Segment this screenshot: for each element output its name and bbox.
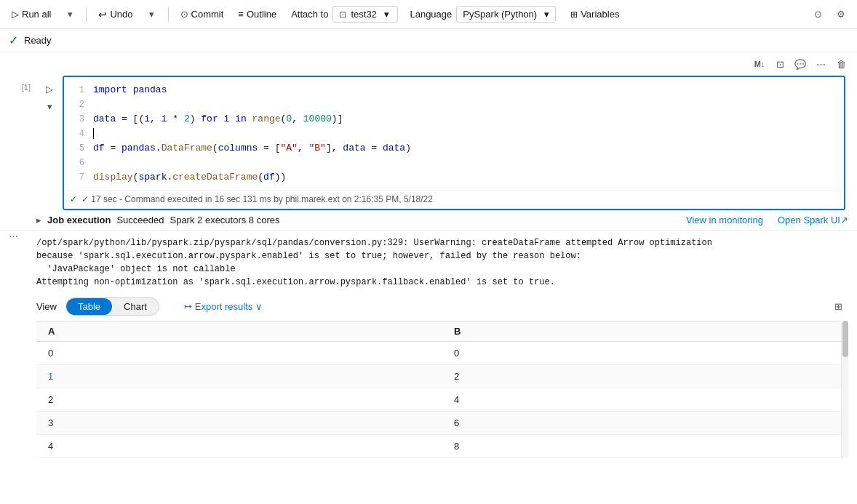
run-all-icon: ▷ xyxy=(12,9,19,20)
code-line-1: 1 import pandas xyxy=(64,83,844,97)
results-table: A B 0 0 1 2 xyxy=(36,321,848,458)
open-spark-ui-link[interactable]: Open Spark UI↗ xyxy=(778,215,848,225)
toolbar-divider-2 xyxy=(168,7,169,22)
outline-icon: ≡ xyxy=(238,9,244,20)
undo-label: Undo xyxy=(110,9,132,20)
outline-button[interactable]: ≡ Outline xyxy=(232,6,282,23)
execution-status: ✓ ✓ 17 sec - Command executed in 16 sec … xyxy=(64,191,844,209)
run-cell-icon: ▷ xyxy=(46,84,53,95)
table-scroll-container[interactable]: A B 0 0 1 2 xyxy=(36,321,848,458)
code-line-6: 6 xyxy=(64,156,844,170)
cell-b-0: 0 xyxy=(442,342,848,365)
table-row: 2 4 xyxy=(36,388,848,412)
cell-b-4: 8 xyxy=(442,435,848,458)
run-cell-button[interactable]: ▷ xyxy=(41,80,58,97)
export-results-label: Export results xyxy=(195,301,252,312)
attach-to-dropdown[interactable]: ⊡ test32 ▾ xyxy=(332,6,398,23)
language-label: Language xyxy=(410,9,452,20)
code-line-7: 7 display(spark.createDataFrame(df)) xyxy=(64,170,844,185)
attach-to-value: test32 xyxy=(351,9,376,20)
comment-button[interactable]: 💬 xyxy=(790,55,810,73)
output-line-3: 'JavaPackage' object is not callable xyxy=(36,263,848,276)
exec-status-text: ✓ 17 sec - Command executed in 16 sec 13… xyxy=(81,194,433,204)
table-header-row: A B xyxy=(36,321,848,342)
language-chevron-icon: ▾ xyxy=(544,9,549,20)
cell-a-0: 0 xyxy=(36,342,442,365)
cell-a-4: 4 xyxy=(36,435,442,458)
exec-check-icon: ✓ xyxy=(70,194,77,204)
commit-icon: ⊙ xyxy=(180,9,188,20)
spark-info: Spark 2 executors 8 cores xyxy=(170,215,279,225)
output-area: /opt/spark/python/lib/pyspark.zip/pyspar… xyxy=(0,231,857,292)
export-arrow-icon: ↦ xyxy=(184,301,192,312)
undo-dropdown-chevron: ▾ xyxy=(149,9,154,20)
toolbar-divider-1 xyxy=(86,7,87,22)
undo-button[interactable]: ↩ Undo xyxy=(92,6,138,23)
more-icon: ⋯ xyxy=(816,59,826,70)
data-table-wrapper: A B 0 0 1 2 xyxy=(36,321,848,458)
view-toggle-group: Table Chart xyxy=(65,297,159,316)
table-toggle-button[interactable]: Table xyxy=(66,298,112,315)
col-header-b: B xyxy=(442,321,848,342)
language-section: Language PySpark (Python) ▾ xyxy=(410,6,556,23)
image-icon: ⊡ xyxy=(776,59,784,70)
cell-b-1: 2 xyxy=(442,365,848,388)
run-all-button[interactable]: ▷ Run all xyxy=(6,6,57,23)
variables-button[interactable]: ⊞ Variables xyxy=(565,6,625,23)
attach-to-label: Attach to xyxy=(291,9,328,20)
commit-button[interactable]: ⊙ Commit xyxy=(175,6,230,23)
language-dropdown[interactable]: PySpark (Python) ▾ xyxy=(456,6,556,23)
grid-icon: ⊞ xyxy=(834,301,842,312)
run-all-dropdown[interactable]: ▾ xyxy=(60,4,80,25)
table-row: 0 0 xyxy=(36,342,848,365)
notebook-area: M↓ ⊡ 💬 ⋯ 🗑 [1] ▷ ▾ 1 xyxy=(0,52,857,504)
collapse-cell-button[interactable]: ▾ xyxy=(41,97,58,115)
settings-button[interactable]: ⚙ xyxy=(831,4,851,25)
status-icon: ✓ xyxy=(9,33,18,47)
job-label: Job execution xyxy=(47,215,111,225)
col-header-a: A xyxy=(36,321,442,342)
more-button[interactable]: ⋯ xyxy=(810,55,831,73)
variables-label: Variables xyxy=(581,9,619,20)
output-line-4: Attempting non-optimization as 'spark.sq… xyxy=(36,276,848,289)
attach-icon: ⊡ xyxy=(339,9,346,20)
code-line-4: 4 xyxy=(64,127,844,141)
job-expand-icon[interactable]: ▸ xyxy=(36,215,41,225)
export-chevron-icon: ∨ xyxy=(255,301,263,312)
view-toggle-row: View Table Chart ↦ Export results ∨ ⊞ xyxy=(36,296,848,316)
settings-icon: ⚙ xyxy=(837,9,845,20)
export-results-button[interactable]: ↦ Export results ∨ xyxy=(177,298,270,315)
md-button[interactable]: M↓ xyxy=(749,55,770,73)
job-bar: ▸ Job execution Succeeded Spark 2 execut… xyxy=(0,210,857,231)
cell-row-1: [1] ▷ ▾ 1 import pandas 2 3 xyxy=(0,76,857,210)
cell-editor[interactable]: 1 import pandas 2 3 data = [(i, i * 2) f… xyxy=(63,76,845,210)
circle-button[interactable]: ⊙ xyxy=(808,4,828,25)
image-button[interactable]: ⊡ xyxy=(770,55,790,73)
cell-index: [1] xyxy=(0,76,36,92)
attach-section: Attach to ⊡ test32 ▾ xyxy=(291,6,398,23)
undo-dropdown[interactable]: ▾ xyxy=(142,4,162,25)
cell-a-2: 2 xyxy=(36,388,442,412)
table-row: 4 8 xyxy=(36,435,848,458)
chart-toggle-button[interactable]: Chart xyxy=(112,298,159,315)
table-scrollbar[interactable] xyxy=(841,321,848,458)
output-ellipsis-icon[interactable]: ⋯ xyxy=(9,231,18,241)
code-line-3: 3 data = [(i, i * 2) for i in range(0, 1… xyxy=(64,112,844,127)
cell-b-3: 6 xyxy=(442,412,848,435)
view-monitoring-link[interactable]: View in monitoring xyxy=(686,215,763,225)
code-editor: 1 import pandas 2 3 data = [(i, i * 2) f… xyxy=(64,77,844,191)
commit-label: Commit xyxy=(191,9,224,20)
status-text: Ready xyxy=(24,35,52,46)
delete-button[interactable]: 🗑 xyxy=(831,55,851,73)
grid-view-button[interactable]: ⊞ xyxy=(828,296,848,316)
md-icon: M↓ xyxy=(754,60,765,68)
comment-icon: 💬 xyxy=(794,59,806,70)
cell-b-2: 4 xyxy=(442,388,848,412)
undo-icon: ↩ xyxy=(98,9,107,20)
attach-chevron-icon: ▾ xyxy=(384,9,389,20)
output-wrapper: ⋯ /opt/spark/python/lib/pyspark.zip/pysp… xyxy=(0,231,857,292)
outline-label: Outline xyxy=(247,9,276,20)
job-status: Succeeded xyxy=(116,215,164,225)
table-row: 3 6 xyxy=(36,412,848,435)
table-row: 1 2 xyxy=(36,365,848,388)
